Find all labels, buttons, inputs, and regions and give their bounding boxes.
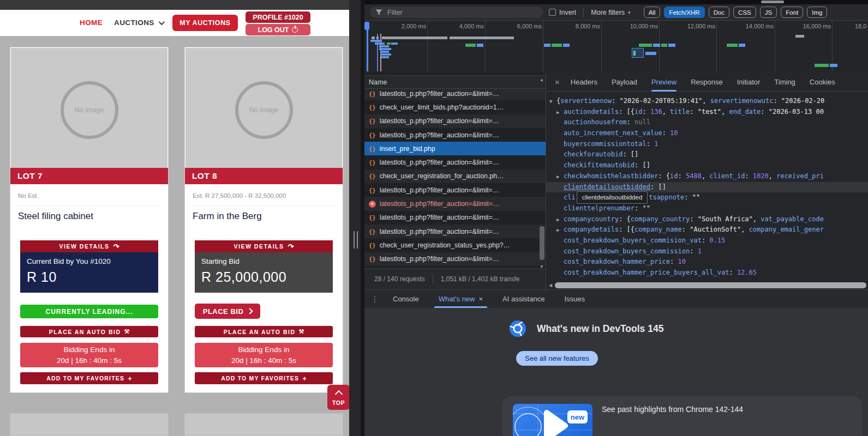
tab-initiator[interactable]: Initiator (737, 72, 761, 92)
waterfall-bar (668, 44, 675, 47)
json-punct: : (619, 226, 626, 233)
bidding-ends-countdown: 20d | 16h : 40m : 5s (57, 355, 122, 366)
json-preview-line: ▶companycountry: {company_country: "Sout… (546, 214, 868, 225)
disclosure-collapsed-icon[interactable]: ▶ (556, 172, 564, 183)
no-image-circle: No image (235, 81, 293, 139)
currently-leading-button[interactable]: CURRENTLY LEADING... (20, 305, 158, 318)
scrollbar-fragment (761, 1, 784, 3)
horizontal-scrollbar[interactable]: ◀ (546, 281, 868, 289)
filter-pill-css[interactable]: CSS (733, 7, 756, 18)
network-request-row[interactable]: {}latestlots_p.php?filter_auction=&limit… (364, 183, 546, 197)
drawer-tab-aiassistance[interactable]: AI assistance (493, 290, 554, 308)
filter-pill-js[interactable]: JS (760, 7, 777, 18)
json-punct: [] (643, 161, 650, 169)
lot-estimate: Est. R 27,500,000 - R 32,500,000 (193, 192, 286, 199)
tab-payload[interactable]: Payload (612, 72, 637, 92)
vertical-scrollbar-thumb[interactable] (540, 226, 544, 260)
auction-site-page: HOME AUCTIONS MY AUCTIONS PROFILE #1020 … (0, 0, 349, 436)
logout-button[interactable]: LOG OUT (246, 24, 310, 35)
disclosure-collapsed-icon[interactable]: ▶ (556, 215, 564, 226)
filter-pill-all[interactable]: All (644, 7, 661, 18)
waterfall-bar (382, 37, 447, 39)
devtools-drawer: ⋮ ConsoleWhat's new×AI assistanceIssues … (364, 289, 868, 436)
network-request-row[interactable]: {}latestlots_p.php?filter_auction=&limit… (364, 155, 546, 169)
view-details-button[interactable]: VIEW DETAILS ↷ (195, 240, 333, 252)
disclosure-expanded-icon[interactable]: ▼ (549, 96, 556, 107)
back-to-top-button[interactable]: TOP (327, 385, 349, 410)
json-punct: , (702, 97, 710, 105)
tab-preview[interactable]: Preview (651, 72, 677, 92)
waterfall-bar (815, 64, 829, 67)
network-request-row[interactable]: {}check_user_registration_status_yes.php… (364, 238, 546, 252)
request-name: insert_pre_bid.php (380, 145, 435, 153)
drawer-tab-whatsnew[interactable]: What's new× (429, 290, 493, 308)
waterfall-bar (391, 43, 398, 45)
view-details-button[interactable]: VIEW DETAILS ↷ (20, 240, 158, 252)
place-auto-bid-button[interactable]: PLACE AN AUTO BID ⚒ (195, 326, 333, 337)
tab-cookies[interactable]: Cookies (810, 72, 835, 92)
network-request-row[interactable]: {}check_user_limit_bids.php?auctionid=1… (364, 100, 546, 114)
invert-checkbox[interactable] (549, 9, 556, 16)
json-file-icon: {} (369, 104, 376, 111)
close-icon[interactable]: × (555, 77, 560, 87)
filter-pill-font[interactable]: Font (781, 7, 803, 18)
add-to-favorites-button[interactable]: ADD TO MY FAVORITES + (20, 372, 158, 384)
see-all-new-features-button[interactable]: See all new features (516, 351, 598, 366)
network-request-row[interactable]: {}check_user_registration_for_auction.ph… (364, 169, 546, 183)
network-request-row[interactable]: ×latestlots_p.php?filter_auction=&limit=… (364, 197, 546, 210)
more-filters-button[interactable]: More filters ▾ (591, 9, 630, 16)
disclosure-collapsed-icon[interactable]: ▶ (556, 225, 564, 236)
drawer-tab-console[interactable]: Console (383, 290, 429, 308)
splitter-shadow (361, 0, 364, 436)
json-number: 10 (670, 129, 678, 137)
past-highlights-card[interactable]: new See past highlights from Chrome 142-… (502, 396, 862, 436)
json-punct: : (729, 269, 737, 276)
nav-link-auctions[interactable]: AUCTIONS (114, 19, 163, 27)
tab-response[interactable]: Response (691, 72, 723, 92)
json-punct: : (684, 193, 692, 201)
place-bid-button[interactable]: PLACE BID (195, 304, 260, 319)
network-request-row[interactable]: {}latestlots_p.php?filter_auction=&limit… (364, 211, 546, 225)
nav-link-home[interactable]: HOME (80, 19, 103, 27)
add-to-favorites-button[interactable]: ADD TO MY FAVORITES + (195, 372, 333, 384)
json-punct: , (769, 172, 776, 180)
horizontal-scrollbar-thumb[interactable] (555, 282, 866, 288)
json-string: "2026-03-13 00 (769, 108, 824, 116)
filter-pill-img[interactable]: Img (807, 7, 827, 18)
filter-pill-doc[interactable]: Doc (709, 7, 729, 18)
drawer-tab-issues[interactable]: Issues (554, 290, 595, 308)
json-key: companycountry (564, 215, 619, 223)
name-column-header[interactable]: Name (364, 75, 546, 89)
next-lot-card-partial (184, 413, 343, 436)
waterfall-bar (376, 37, 379, 39)
network-request-row[interactable]: {}latestlots_p.php?filter_auction=&limit… (364, 114, 546, 128)
json-punct: : (627, 118, 634, 126)
json-string: "" (643, 204, 650, 212)
timeline-gridline (716, 21, 717, 72)
network-request-row[interactable]: {}latestlots_p.php?filter_auction=&limit… (364, 89, 546, 100)
filter-input[interactable] (386, 8, 538, 17)
my-auctions-button[interactable]: MY AUCTIONS (172, 15, 238, 31)
json-punct: [] (631, 150, 638, 158)
network-request-row[interactable]: {}latestlots_p.php?filter_auction=&limit… (364, 128, 546, 142)
close-icon[interactable]: × (479, 295, 483, 303)
tab-headers[interactable]: Headers (571, 72, 597, 92)
network-overview-timeline[interactable]: 2,000 ms4,000 ms6,000 ms8,000 ms10,000 m… (364, 21, 868, 73)
profile-button[interactable]: PROFILE #1020 (246, 11, 310, 23)
request-name: latestlots_p.php?filter_auction=&limit=… (380, 255, 499, 263)
network-request-row[interactable]: {}insert_pre_bid.php (364, 142, 546, 155)
place-auto-bid-button[interactable]: PLACE AN AUTO BID ⚒ (20, 326, 158, 337)
devtools-splitter[interactable] (349, 0, 364, 436)
invert-filter[interactable]: Invert (549, 9, 576, 16)
kebab-menu-icon[interactable]: ⋮ (371, 295, 383, 304)
disclosure-collapsed-icon[interactable]: ▶ (556, 107, 564, 118)
scroll-left-icon[interactable]: ◀ (546, 283, 555, 288)
scroll-up-icon[interactable]: ▲ (540, 77, 544, 82)
network-request-row[interactable]: {}latestlots_p.php?filter_auction=&limit… (364, 252, 546, 266)
json-key: clienttelprenumber (564, 204, 634, 212)
tab-timing[interactable]: Timing (774, 72, 795, 92)
json-punct: : (662, 129, 670, 137)
network-request-row[interactable]: {}latestlots_p.php?filter_auction=&limit… (364, 225, 546, 238)
network-filter-field[interactable] (370, 7, 543, 18)
filter-pill-fetchxhr[interactable]: Fetch/XHR (664, 7, 704, 18)
